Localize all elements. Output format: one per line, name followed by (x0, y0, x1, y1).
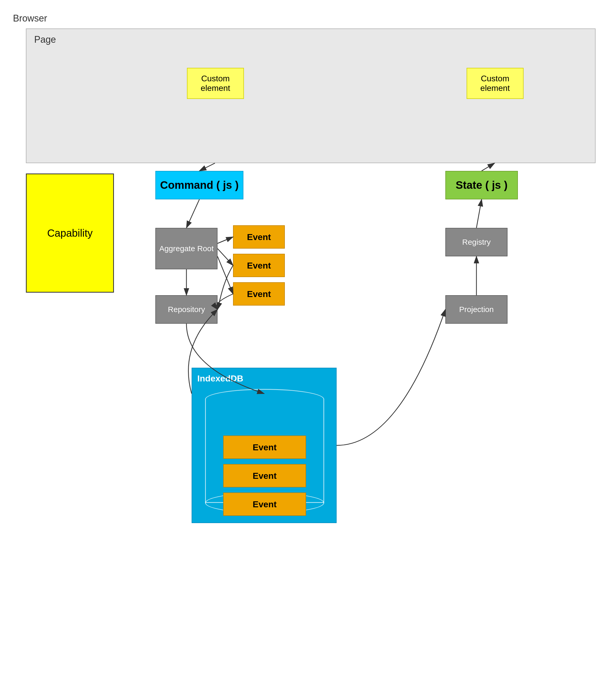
page-box: Page Custom element Custom element (26, 28, 595, 163)
event-box-3: Event (233, 282, 285, 306)
custom-element-left: Custom element (187, 68, 244, 99)
event-box-2: Event (233, 254, 285, 277)
indexeddb-label: IndexedDB (197, 373, 243, 384)
cylinder: Event Event Event (205, 389, 324, 513)
svg-line-5 (218, 237, 233, 244)
repository-box: Repository (156, 295, 218, 324)
command-box: Command ( js ) (156, 171, 243, 199)
capability-box: Capability (26, 173, 114, 293)
db-event-2: Event (223, 464, 306, 487)
registry-box: Registry (445, 228, 507, 256)
indexeddb-box: IndexedDB Event Event Event (192, 368, 337, 523)
event-box-1: Event (233, 225, 285, 249)
page-label: Page (34, 34, 56, 45)
db-event-3: Event (223, 492, 306, 516)
projection-box: Projection (445, 295, 507, 324)
svg-line-4 (187, 199, 199, 228)
aggregate-root-box: Aggregate Root (156, 228, 218, 269)
custom-element-right: Custom element (467, 68, 524, 99)
state-box: State ( js ) (445, 171, 518, 199)
svg-line-6 (218, 249, 233, 265)
db-event-1: Event (223, 435, 306, 459)
svg-line-7 (218, 256, 233, 294)
svg-line-3 (482, 163, 495, 171)
browser-label: Browser (13, 13, 47, 24)
svg-line-10 (476, 199, 482, 228)
svg-line-2 (199, 163, 215, 171)
